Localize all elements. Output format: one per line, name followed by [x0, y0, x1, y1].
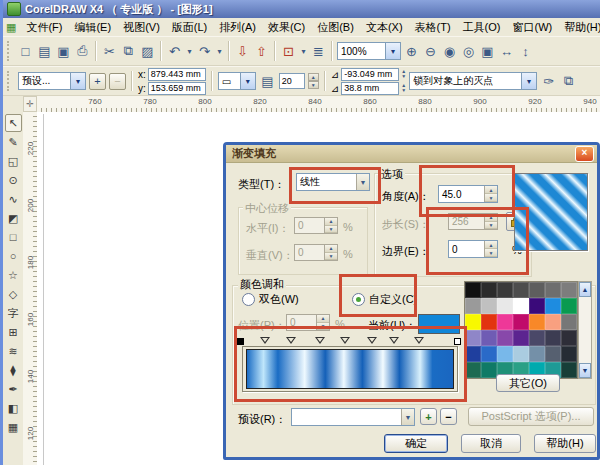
color-palette[interactable] [464, 281, 578, 379]
zoom-all-objects-icon[interactable]: ◎ [460, 42, 477, 60]
palette-color[interactable] [513, 298, 529, 314]
zoom-out-icon[interactable]: ⊖ [422, 42, 439, 60]
ok-button[interactable]: 确定 [384, 434, 448, 453]
close-icon[interactable]: × [575, 146, 594, 162]
palette-color[interactable] [529, 314, 545, 330]
zoom-page-width-icon[interactable]: ↔ [498, 42, 515, 60]
delete-preset-button[interactable]: − [440, 408, 457, 425]
palette-color[interactable] [513, 346, 529, 362]
zoom-selected-icon[interactable]: ◉ [441, 42, 458, 60]
menu-table[interactable]: 表格(T) [409, 20, 457, 35]
menu-file[interactable]: 文件(F) [20, 20, 68, 35]
palette-color[interactable] [513, 282, 529, 298]
page-icon[interactable]: ▤ [259, 72, 276, 90]
palette-color[interactable] [561, 314, 577, 330]
palette-color[interactable] [465, 298, 481, 314]
freehand-tool[interactable]: ∿ [5, 190, 22, 208]
redo-icon[interactable]: ↷ [196, 42, 213, 60]
palette-color[interactable] [529, 330, 545, 346]
scroll-track[interactable] [579, 297, 591, 363]
zoom-page-icon[interactable]: ▣ [479, 42, 496, 60]
palette-color[interactable] [465, 346, 481, 362]
preset-combo[interactable]: 预设... ▾ [18, 72, 86, 90]
palette-color[interactable] [529, 346, 545, 362]
help-button[interactable]: 帮助(H) [534, 434, 596, 453]
scroll-down-icon[interactable]: ▼ [579, 363, 591, 378]
palette-color[interactable] [513, 330, 529, 346]
new-icon[interactable]: □ [17, 42, 34, 60]
crop-tool[interactable]: ◱ [5, 152, 22, 170]
menu-view[interactable]: 视图(V) [117, 20, 166, 35]
palette-color[interactable] [561, 346, 577, 362]
palette-color[interactable] [497, 314, 513, 330]
paste-icon[interactable]: ▨ [139, 42, 156, 60]
smart-fill-tool[interactable]: ◩ [5, 209, 22, 227]
palette-color[interactable] [481, 298, 497, 314]
palette-color[interactable] [545, 298, 561, 314]
chevron-down-icon[interactable]: ▾ [521, 73, 536, 89]
palette-color[interactable] [497, 346, 513, 362]
toolbar-grip[interactable] [7, 71, 13, 91]
palette-scrollbar[interactable]: ▲ ▼ [578, 281, 592, 379]
ruler-origin[interactable]: ✛ [23, 96, 37, 112]
vp-y-spinner[interactable]: ▲▼ [401, 83, 406, 93]
palette-color[interactable] [513, 314, 529, 330]
interactive-fill-tool[interactable]: ▦ [5, 418, 22, 436]
add-preset-button[interactable]: + [420, 408, 437, 425]
chevron-down-icon[interactable]: ▼ [401, 409, 414, 425]
palette-color[interactable] [465, 362, 481, 378]
undo-dropdown-icon[interactable]: ▾ [185, 47, 194, 56]
y-position-field[interactable]: 153.659 mm [148, 82, 206, 95]
palette-color[interactable] [545, 346, 561, 362]
print-icon[interactable]: ⎙ [74, 42, 91, 60]
copies-spinner[interactable]: ▲▼ [308, 73, 319, 89]
undo-icon[interactable]: ↶ [166, 42, 183, 60]
palette-color[interactable] [481, 346, 497, 362]
chevron-down-icon[interactable]: ▾ [385, 43, 400, 59]
rectangle-tool[interactable]: □ [5, 228, 22, 246]
cut-icon[interactable]: ✂ [101, 42, 118, 60]
menu-window[interactable]: 窗口(W) [506, 20, 558, 35]
palette-color[interactable] [497, 330, 513, 346]
vp-y-field[interactable]: 38.8 mm [341, 82, 399, 95]
menu-text[interactable]: 文本(X) [360, 20, 409, 35]
zoom-in-icon[interactable]: ⊕ [403, 42, 420, 60]
copy-properties-icon[interactable]: ⧉ [560, 72, 577, 90]
pen-icon[interactable]: ✑ [540, 72, 557, 90]
palette-color[interactable] [481, 282, 497, 298]
export-icon[interactable]: ⇧ [253, 42, 270, 60]
two-color-radio[interactable]: 双色(W) [242, 292, 299, 307]
presets-combo[interactable]: ▼ [291, 408, 415, 426]
zoom-tool[interactable]: ⊙ [5, 171, 22, 189]
chevron-down-icon[interactable]: ▾ [240, 73, 255, 89]
scroll-up-icon[interactable]: ▲ [579, 282, 591, 297]
import-icon[interactable]: ⇩ [234, 42, 251, 60]
save-icon[interactable]: ▣ [55, 42, 72, 60]
ellipse-tool[interactable]: ○ [5, 247, 22, 265]
launcher-dropdown-icon[interactable]: ▾ [299, 47, 308, 56]
menu-edit[interactable]: 编辑(E) [68, 20, 117, 35]
palette-color[interactable] [465, 282, 481, 298]
x-position-field[interactable]: 879.443 mm [148, 68, 206, 81]
menu-layout[interactable]: 版面(L) [166, 20, 213, 35]
delete-preset-button[interactable]: − [109, 73, 126, 90]
zoom-page-height-icon[interactable]: ↕ [517, 42, 534, 60]
redo-dropdown-icon[interactable]: ▾ [215, 47, 224, 56]
vp-x-field[interactable]: -93.049 mm [341, 68, 399, 81]
toolbar-grip[interactable] [7, 41, 13, 61]
zoom-level-combo[interactable]: 100% ▾ [337, 42, 401, 60]
vanishing-point-mode-combo[interactable]: 锁到对象上的灭点 ▾ [409, 72, 537, 90]
basic-shapes-tool[interactable]: ◇ [5, 285, 22, 303]
outline-tool[interactable]: ✒ [5, 380, 22, 398]
copies-field[interactable]: 20 [279, 73, 305, 89]
others-button[interactable]: 其它(O) [496, 374, 560, 392]
palette-color[interactable] [481, 330, 497, 346]
pick-tool[interactable]: ↖ [5, 114, 22, 132]
palette-color[interactable] [529, 298, 545, 314]
palette-color[interactable] [561, 298, 577, 314]
copy-icon[interactable]: ⧉ [120, 42, 137, 60]
menu-arrange[interactable]: 排列(A) [213, 20, 262, 35]
blend-tool[interactable]: ≋ [5, 342, 22, 360]
palette-color[interactable] [545, 330, 561, 346]
palette-color[interactable] [529, 282, 545, 298]
